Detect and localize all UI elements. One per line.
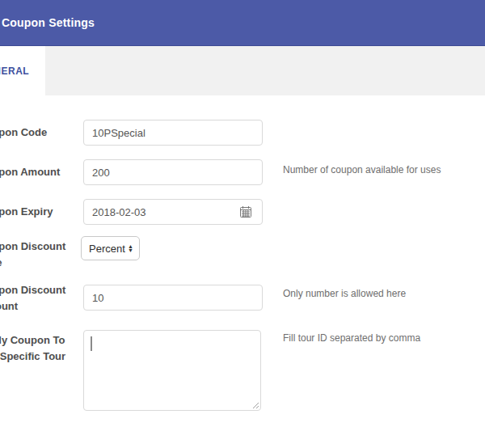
coupon-settings-page: Coupon Settings GENERAL Coupon Code Coup… bbox=[0, 0, 485, 448]
coupon-expiry-input[interactable] bbox=[83, 199, 263, 225]
coupon-amount-help: Number of coupon available for uses bbox=[283, 163, 441, 176]
coupon-code-label: Coupon Code bbox=[0, 125, 74, 141]
tab-general-label: GENERAL bbox=[0, 66, 29, 77]
apply-coupon-tours-help: Fill tour ID separated by comma bbox=[283, 332, 420, 344]
apply-coupon-tours-label: Apply Coupon To The Specific Tour bbox=[0, 332, 74, 365]
select-arrows-icon: ▲ ▼ bbox=[128, 244, 133, 252]
coupon-expiry-label: Coupon Expiry bbox=[0, 204, 74, 220]
coupon-discount-amount-help: Only number is allowed here bbox=[283, 287, 406, 300]
coupon-discount-amount-input[interactable] bbox=[83, 285, 263, 311]
apply-coupon-tours-textarea[interactable] bbox=[83, 330, 261, 411]
tab-bar bbox=[0, 46, 485, 95]
coupon-discount-amount-label: Coupon Discount Amount bbox=[0, 282, 74, 315]
resize-handle-icon[interactable] bbox=[251, 401, 259, 409]
coupon-discount-type-label: Coupon Discount Type bbox=[0, 239, 74, 271]
text-caret bbox=[91, 336, 92, 351]
coupon-discount-type-value: Percent bbox=[89, 243, 125, 255]
coupon-discount-type-select[interactable]: Percent ▲ ▼ bbox=[81, 236, 140, 260]
coupon-code-input[interactable] bbox=[83, 120, 263, 146]
tab-general[interactable]: GENERAL bbox=[0, 46, 45, 95]
calendar-icon[interactable] bbox=[240, 206, 251, 218]
page-header: Coupon Settings bbox=[0, 0, 485, 46]
coupon-amount-input[interactable] bbox=[83, 159, 263, 185]
coupon-amount-label: Coupon Amount bbox=[0, 164, 74, 180]
page-title: Coupon Settings bbox=[2, 16, 95, 29]
